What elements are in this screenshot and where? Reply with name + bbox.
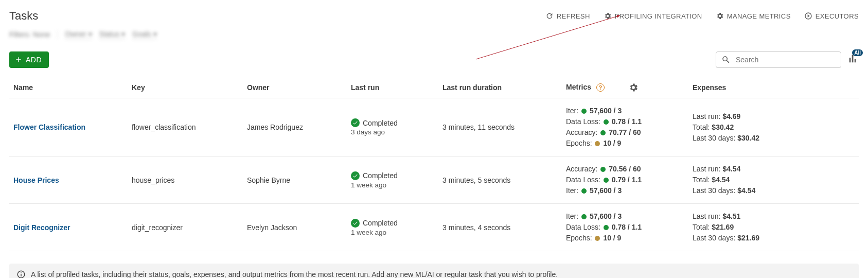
expense-last30: Last 30 days: $4.54	[693, 185, 855, 196]
status-dot-icon	[604, 178, 609, 183]
metric-row: Epochs: 10 / 9	[566, 138, 684, 149]
search-icon	[721, 55, 731, 64]
tasks-table: Name Key Owner Last run Last run duratio…	[9, 77, 859, 251]
col-duration[interactable]: Last run duration	[438, 77, 562, 98]
status-dot-icon	[581, 214, 587, 219]
filters-label: Filters: None	[9, 30, 50, 39]
expense-total: Total: $30.42	[693, 122, 855, 133]
executors-button[interactable]: EXECUTORS	[804, 12, 859, 20]
expense-last30: Last 30 days: $30.42	[693, 133, 855, 144]
check-icon	[351, 219, 360, 228]
task-duration: 3 minutes, 4 seconds	[438, 204, 562, 251]
col-name[interactable]: Name	[9, 77, 128, 98]
help-icon[interactable]: ?	[596, 83, 605, 92]
info-bar: A list of profiled tasks, including thei…	[9, 264, 859, 278]
manage-metrics-button[interactable]: MANAGE METRICS	[716, 12, 791, 20]
col-key[interactable]: Key	[128, 77, 243, 98]
column-chart-button[interactable]: All	[847, 53, 859, 66]
expense-total: Total: $21.69	[693, 222, 855, 233]
all-badge: All	[852, 49, 863, 56]
status-text: Completed	[363, 119, 398, 127]
metric-row: Data Loss: 0.78 / 1.1	[566, 222, 684, 233]
metric-row: Accuracy: 70.77 / 60	[566, 127, 684, 138]
metric-row: Iter: 57,600 / 3	[566, 211, 684, 222]
refresh-button[interactable]: REFRESH	[545, 12, 590, 20]
profiling-integration-button[interactable]: PROFILING INTEGRATION	[604, 12, 702, 20]
col-owner[interactable]: Owner	[243, 77, 347, 98]
status-dot-icon	[595, 141, 600, 146]
metric-row: Iter: 57,600 / 3	[566, 106, 684, 116]
task-metrics: Iter: 57,600 / 3Data Loss: 0.78 / 1.1Acc…	[562, 98, 688, 157]
status-dot-icon	[600, 167, 606, 172]
expense-last-run: Last run: $4.51	[693, 211, 855, 222]
status-dot-icon	[604, 119, 609, 125]
col-metrics: Metrics ?	[562, 77, 688, 98]
task-key: house_prices	[128, 157, 243, 204]
info-icon	[16, 270, 26, 278]
task-name-link[interactable]: Flower Classification	[13, 123, 85, 131]
last-run-relative: 3 days ago	[351, 128, 434, 136]
status-text: Completed	[363, 219, 398, 227]
task-owner: Evelyn Jackson	[243, 204, 347, 251]
table-row: House Priceshouse_pricesSophie ByrneComp…	[9, 157, 859, 204]
filter-owner[interactable]: Owner ▾	[65, 30, 92, 39]
table-row: Digit Recognizerdigit_recognizerEvelyn J…	[9, 204, 859, 251]
status-dot-icon	[581, 109, 587, 114]
status-dot-icon	[600, 130, 606, 135]
filters-row: Filters: None Owner ▾ Status ▾ Goals ▾	[9, 30, 859, 39]
refresh-icon	[545, 12, 554, 20]
status-dot-icon	[604, 225, 609, 230]
expense-total: Total: $4.54	[693, 175, 855, 185]
task-duration: 3 minutes, 5 seconds	[438, 157, 562, 204]
task-key: flower_classification	[128, 98, 243, 157]
search-input[interactable]	[735, 55, 836, 64]
info-text: A list of profiled tasks, including thei…	[31, 270, 558, 278]
toolbar: REFRESH PROFILING INTEGRATION MANAGE MET…	[545, 12, 859, 20]
task-name-link[interactable]: Digit Recognizer	[13, 223, 70, 232]
last-run-relative: 1 week ago	[351, 229, 434, 236]
task-last-run: Completed3 days ago	[347, 98, 438, 157]
check-icon	[351, 171, 360, 180]
task-key: digit_recognizer	[128, 204, 243, 251]
filter-status[interactable]: Status ▾	[99, 30, 126, 39]
status-dot-icon	[581, 188, 587, 194]
task-metrics: Iter: 57,600 / 3Data Loss: 0.78 / 1.1Epo…	[562, 204, 688, 251]
task-last-run: Completed1 week ago	[347, 204, 438, 251]
task-expenses: Last run: $4.69Total: $30.42Last 30 days…	[688, 98, 859, 157]
gear-icon	[716, 12, 724, 20]
expense-last-run: Last run: $4.54	[693, 164, 855, 175]
task-last-run: Completed1 week ago	[347, 157, 438, 204]
col-last-run[interactable]: Last run	[347, 77, 438, 98]
expense-last-run: Last run: $4.69	[693, 111, 855, 122]
task-metrics: Accuracy: 70.56 / 60Data Loss: 0.79 / 1.…	[562, 157, 688, 204]
add-button[interactable]: ADD	[9, 51, 49, 68]
col-expenses[interactable]: Expenses	[688, 77, 859, 98]
expense-last30: Last 30 days: $21.69	[693, 233, 855, 244]
metric-row: Iter: 57,600 / 3	[566, 185, 684, 196]
task-expenses: Last run: $4.51Total: $21.69Last 30 days…	[688, 204, 859, 251]
search-box[interactable]	[716, 51, 841, 68]
check-icon	[351, 118, 360, 127]
task-duration: 3 minutes, 11 seconds	[438, 98, 562, 157]
metric-row: Epochs: 10 / 9	[566, 233, 684, 244]
gear-icon[interactable]	[628, 82, 639, 93]
status-dot-icon	[595, 236, 600, 241]
metric-row: Accuracy: 70.56 / 60	[566, 164, 684, 175]
task-name-link[interactable]: House Prices	[13, 176, 59, 184]
last-run-relative: 1 week ago	[351, 181, 434, 189]
metric-row: Data Loss: 0.78 / 1.1	[566, 116, 684, 127]
gear-icon	[604, 12, 612, 20]
table-row: Flower Classificationflower_classificati…	[9, 98, 859, 157]
play-circle-icon	[804, 12, 812, 20]
page-title: Tasks	[9, 9, 38, 23]
task-owner: James Rodriguez	[243, 98, 347, 157]
filter-goals[interactable]: Goals ▾	[132, 30, 157, 39]
status-text: Completed	[363, 171, 398, 180]
metric-row: Data Loss: 0.79 / 1.1	[566, 175, 684, 185]
task-owner: Sophie Byrne	[243, 157, 347, 204]
plus-icon	[14, 56, 23, 64]
task-expenses: Last run: $4.54Total: $4.54Last 30 days:…	[688, 157, 859, 204]
